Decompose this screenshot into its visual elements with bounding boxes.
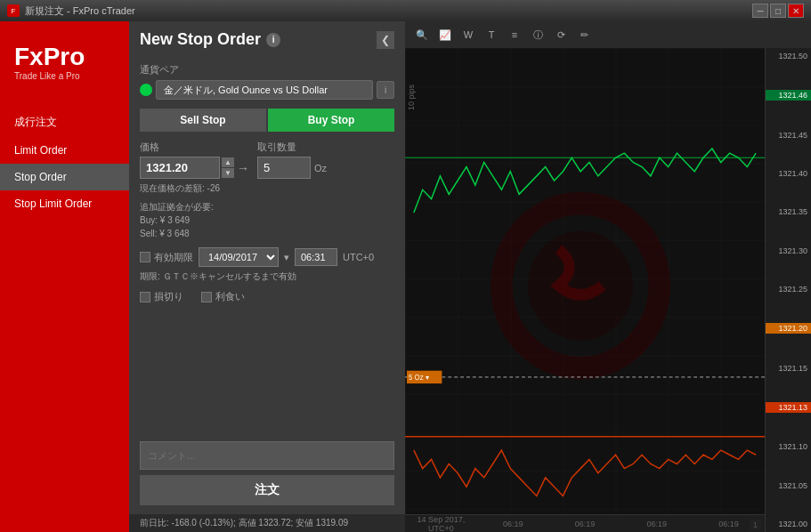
minimize-button[interactable]: ─ — [752, 4, 768, 18]
sidebar-item-limit-order[interactable]: Limit Order — [0, 137, 129, 164]
svg-point-3 — [528, 230, 633, 340]
time-label-4: 06:19 — [620, 520, 693, 528]
price-level-1321-15: 1321.15 — [766, 364, 811, 373]
timezone-label: UTC+0 — [343, 252, 374, 262]
chart-refresh-tool[interactable]: ⟳ — [551, 25, 571, 44]
price-input[interactable] — [140, 157, 220, 179]
page-number: 1 — [750, 520, 761, 530]
qty-select[interactable]: 5 — [257, 157, 311, 179]
expiry-time-input[interactable] — [295, 248, 337, 266]
chart-line-tool[interactable]: 📈 — [435, 25, 455, 44]
margin-buy: Buy: ¥ 3 649 — [140, 214, 394, 227]
expiry-separator: ▾ — [284, 252, 289, 263]
stop-loss-wrap: 損切り — [140, 290, 183, 303]
titlebar-controls: ─ □ ✕ — [752, 4, 804, 18]
sidebar-item-market-order[interactable]: 成行注文 — [0, 108, 129, 137]
price-label: 価格 — [140, 141, 250, 154]
price-level-1321-40: 1321.40 — [766, 169, 811, 178]
price-order-level: 1321.20 — [766, 323, 811, 334]
panel-content: 通貨ペア 金／米ドル, Gold Ounce vs US Dollar i Se… — [129, 56, 405, 381]
price-level-1321-00: 1321.00 — [766, 520, 811, 528]
price-red-level: 1321.13 — [766, 402, 811, 413]
close-button[interactable]: ✕ — [788, 4, 804, 18]
sidebar-logo: FxPro Trade Like a Pro — [0, 36, 129, 99]
price-scale: 1321.50 1321.46 1321.45 1321.40 1321.35 … — [765, 48, 811, 532]
sl-tp-row: 損切り 利食い — [140, 290, 394, 303]
currency-pair-select[interactable]: 金／米ドル, Gold Ounce vs US Dollar — [156, 80, 373, 100]
chart-info-tool[interactable]: ⓘ — [528, 25, 547, 44]
arrow-right-icon: → — [236, 159, 250, 177]
sell-stop-button[interactable]: Sell Stop — [140, 109, 266, 132]
price-level-1321-30: 1321.30 — [766, 246, 811, 255]
titlebar-text: 新規注文 - FxPro cTrader — [25, 4, 135, 18]
qty-field-group: 取引数量 5 Oz — [257, 141, 327, 179]
sidebar-item-stop-order[interactable]: Stop Order — [0, 164, 129, 190]
chart-draw-tool[interactable]: ✏ — [574, 25, 594, 44]
stop-loss-label: 損切り — [154, 290, 183, 303]
expiry-row: 有効期限 14/09/2017 ▾ UTC+0 — [140, 247, 394, 267]
sidebar: FxPro Trade Like a Pro 成行注文 Limit Order … — [0, 21, 129, 532]
expiry-checkbox-wrap: 有効期限 — [140, 251, 193, 264]
price-field-group: 価格 ▲ ▼ → — [140, 141, 250, 179]
currency-info-button[interactable]: i — [377, 81, 394, 99]
comment-input[interactable] — [140, 441, 394, 470]
time-label-3: 06:19 — [549, 520, 621, 528]
pips-label: 10 pips — [407, 75, 416, 110]
stop-loss-checkbox[interactable] — [140, 292, 150, 302]
time-axis: 14 Sep 2017, UTC+0 06:19 06:19 06:19 06:… — [405, 514, 765, 532]
logo-tagline: Trade Like a Pro — [14, 71, 115, 81]
chart-area: 🔍 📈 W T ≡ ⓘ ⟳ ✏ — [405, 21, 811, 532]
maximize-button[interactable]: □ — [770, 4, 786, 18]
price-arrows: ▲ ▼ — [222, 157, 234, 178]
chart-svg-container: 5 Oz ▾ 10 pips — [405, 48, 765, 514]
footer-text: 前日比: -168.0 (-0.13%); 高値 1323.72; 安値 131… — [140, 518, 348, 528]
price-level-1321-25: 1321.25 — [766, 285, 811, 294]
panel-info-icon[interactable]: i — [266, 33, 280, 47]
expiry-checkbox[interactable] — [140, 252, 150, 262]
price-input-wrap: ▲ ▼ → — [140, 157, 250, 179]
submit-button[interactable]: 注文 — [140, 475, 394, 505]
collapse-button[interactable]: ❮ — [377, 31, 394, 49]
bottom-section — [129, 381, 405, 470]
margin-sell: Sell: ¥ 3 648 — [140, 227, 394, 240]
price-level-1321-45: 1321.45 — [766, 131, 811, 140]
price-level-1321-35: 1321.35 — [766, 207, 811, 216]
chart-list-tool[interactable]: ≡ — [505, 25, 524, 44]
qty-unit: Oz — [314, 163, 327, 173]
take-profit-wrap: 利食い — [201, 290, 245, 303]
take-profit-checkbox[interactable] — [201, 292, 212, 302]
panel-title: New Stop Order i — [140, 30, 280, 49]
time-label-1: 14 Sep 2017, UTC+0 — [405, 515, 477, 533]
price-level-1321-10: 1321.10 — [766, 442, 811, 451]
sidebar-item-stop-limit-order[interactable]: Stop Limit Order — [0, 190, 129, 217]
panel-title-text: New Stop Order — [140, 30, 261, 49]
margin-info: 追加証拠金が必要: Buy: ¥ 3 649 Sell: ¥ 3 648 — [140, 200, 394, 240]
time-label-2: 06:19 — [477, 520, 549, 528]
main-container: FxPro Trade Like a Pro 成行注文 Limit Order … — [0, 21, 811, 532]
order-type-buttons: Sell Stop Buy Stop — [140, 109, 394, 132]
take-profit-label: 利食い — [215, 290, 245, 303]
price-current: 1321.46 — [766, 90, 811, 101]
expiry-label: 有効期限 — [154, 251, 193, 264]
expiry-note: 期限: ＧＴＣ※キャンセルするまで有効 — [140, 270, 394, 283]
price-increment-button[interactable]: ▲ — [222, 157, 234, 167]
currency-selector: 金／米ドル, Gold Ounce vs US Dollar i — [140, 80, 394, 100]
currency-status-indicator — [140, 84, 152, 96]
logo-text: FxPro — [14, 44, 115, 69]
svg-text:5 Oz ▾: 5 Oz ▾ — [409, 374, 429, 382]
price-level-1321-05: 1321.05 — [766, 481, 811, 490]
price-qty-row: 価格 ▲ ▼ → 取引数量 5 — [140, 141, 394, 179]
qty-label: 取引数量 — [257, 141, 327, 154]
buy-stop-button[interactable]: Buy Stop — [268, 109, 394, 132]
chart-w-tool[interactable]: W — [458, 25, 478, 44]
app-icon: F — [7, 4, 20, 17]
expiry-date-select[interactable]: 14/09/2017 — [199, 247, 279, 267]
chart-zoom-tool[interactable]: 🔍 — [412, 25, 432, 44]
price-decrement-button[interactable]: ▼ — [222, 168, 234, 178]
submit-section: 注文 — [129, 470, 405, 514]
chart-t-tool[interactable]: T — [482, 25, 501, 44]
chart-svg: 5 Oz ▾ — [405, 48, 765, 514]
currency-pair-label: 通貨ペア — [140, 63, 394, 77]
titlebar: F 新規注文 - FxPro cTrader ─ □ ✕ — [0, 0, 811, 21]
qty-select-wrap: 5 Oz — [257, 157, 327, 179]
